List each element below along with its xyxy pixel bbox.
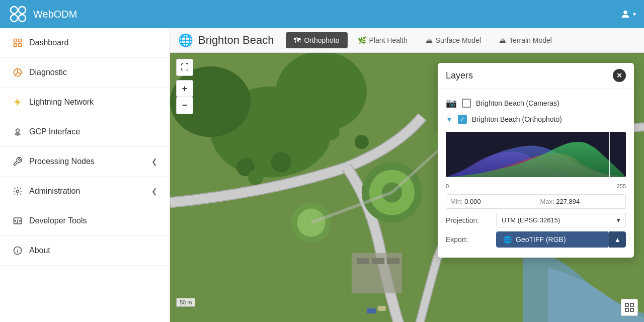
max-label: Max: (540, 198, 554, 205)
diagnostic-icon (12, 67, 23, 78)
app-name: WebODM (33, 9, 77, 20)
export-button[interactable]: 🌐 GeoTIFF (RGB) (496, 231, 609, 248)
layers-panel-header: Layers ✕ (438, 63, 634, 89)
projection-value: UTM (EPSG:32615) (502, 216, 560, 224)
plant-health-tab-label: Plant Health (369, 36, 408, 44)
brand: WebODM (8, 4, 77, 24)
user-menu[interactable]: ▾ (620, 9, 636, 20)
layers-panel: Layers ✕ 📷 Brighton Beach (Cameras) ▼ Br (438, 63, 634, 258)
svg-point-0 (11, 7, 18, 14)
svg-rect-5 (14, 39, 17, 42)
diagnostic-label: Diagnostic (29, 68, 67, 77)
svg-rect-36 (630, 303, 633, 306)
svg-point-3 (19, 15, 26, 22)
close-layers-button[interactable]: ✕ (613, 69, 626, 82)
svg-point-22 (297, 209, 326, 237)
stats-row: Min: 0.000 Max: 227.894 (446, 194, 626, 209)
svg-rect-32 (387, 258, 399, 264)
svg-point-25 (248, 170, 263, 185)
orthophoto-checkbox[interactable] (458, 115, 467, 124)
expand-icon[interactable]: ▼ (446, 115, 453, 123)
pin-icon (12, 126, 23, 137)
svg-point-27 (324, 124, 340, 140)
cameras-checkbox[interactable] (462, 99, 471, 108)
terrain-model-tab-label: Terrain Model (509, 36, 552, 44)
svg-point-1 (19, 7, 26, 14)
grid-button[interactable] (621, 299, 638, 316)
histogram-labels: 0 255 (446, 182, 626, 190)
orthophoto-tab-icon: 🗺 (294, 36, 301, 44)
projection-select[interactable]: UTM (EPSG:32615) ▾ (496, 213, 626, 227)
sidebar-item-lightning-network[interactable]: Lightning Network (0, 88, 170, 117)
administration-label: Administration (29, 187, 80, 196)
lightning-network-label: Lightning Network (29, 98, 94, 107)
sidebar-item-dashboard[interactable]: Dashboard (0, 28, 170, 58)
export-btn-icon: 🌐 (503, 235, 512, 244)
min-label: Min: (450, 198, 463, 205)
fullscreen-icon: ⛶ (181, 63, 189, 72)
grid-icon (625, 303, 634, 312)
sidebar-item-processing-nodes[interactable]: Processing Nodes ❮ (0, 147, 170, 177)
export-row: Export: 🌐 GeoTIFF (RGB) ▲ (446, 231, 626, 248)
stat-min: Min: 0.000 (446, 194, 536, 209)
svg-rect-7 (14, 44, 17, 47)
sidebar: Dashboard Diagnostic (0, 28, 170, 322)
processing-nodes-chevron: ❮ (151, 157, 157, 166)
page-title: 🌐 Brighton Beach (178, 33, 274, 47)
dashboard-label: Dashboard (29, 38, 68, 47)
svg-rect-34 (378, 306, 386, 311)
export-dropdown-button[interactable]: ▲ (609, 231, 626, 248)
scale-label: 50 m (180, 299, 192, 305)
content-area: 🌐 Brighton Beach 🗺 Orthophoto 🌿 Plant He… (170, 28, 644, 322)
sidebar-item-developer-tools[interactable]: Developer Tools (0, 206, 170, 236)
sidebar-item-about[interactable]: About (0, 236, 170, 266)
developer-tools-icon (12, 215, 23, 226)
histogram-svg (446, 132, 626, 177)
zoom-in-button[interactable]: + (176, 80, 193, 97)
cameras-layer-name: Brighton Beach (Cameras) (476, 99, 559, 107)
svg-rect-31 (372, 258, 384, 264)
orthophoto-layer-name: Brighton Beach (Orthophoto) (472, 115, 562, 123)
processing-nodes-label: Processing Nodes (29, 157, 95, 166)
svg-rect-38 (630, 308, 633, 311)
main-layout: Dashboard Diagnostic (0, 28, 644, 322)
export-btn-label: GeoTIFF (RGB) (516, 235, 566, 244)
svg-rect-30 (357, 258, 369, 264)
svg-point-11 (17, 190, 19, 193)
svg-point-28 (355, 135, 369, 149)
dashboard-icon (12, 37, 23, 48)
svg-point-4 (623, 11, 627, 14)
map-area[interactable]: ⛶ + − 50 m (170, 53, 644, 322)
zoom-controls: + − (176, 80, 193, 114)
sidebar-item-administration[interactable]: Administration ❮ (0, 177, 170, 206)
terrain-model-tab-icon: ⛰ (499, 36, 506, 44)
user-icon (620, 9, 631, 20)
wrench-icon (12, 156, 23, 167)
histogram-max-label: 255 (617, 183, 626, 189)
svg-point-26 (271, 152, 291, 172)
surface-model-tab-icon: ⛰ (426, 36, 433, 44)
histogram-min-label: 0 (446, 183, 449, 189)
tab-surface-model[interactable]: ⛰ Surface Model (418, 32, 489, 48)
zoom-out-button[interactable]: − (176, 97, 193, 114)
tab-plant-health[interactable]: 🌿 Plant Health (350, 32, 416, 48)
svg-rect-6 (19, 39, 22, 42)
sidebar-item-diagnostic[interactable]: Diagnostic (0, 58, 170, 88)
tab-orthophoto[interactable]: 🗺 Orthophoto (286, 32, 347, 48)
chevron-down-icon: ▾ (617, 216, 620, 224)
svg-rect-33 (367, 308, 376, 313)
tab-terrain-model[interactable]: ⛰ Terrain Model (491, 32, 560, 48)
svg-rect-8 (19, 44, 22, 47)
camera-icon: 📷 (446, 98, 457, 109)
svg-rect-37 (625, 308, 628, 311)
export-label: Export: (446, 235, 491, 244)
svg-point-17 (276, 53, 366, 132)
max-value: 227.894 (556, 198, 580, 205)
project-name: Brighton Beach (198, 34, 274, 47)
fullscreen-button[interactable]: ⛶ (176, 59, 193, 76)
bolt-icon (12, 97, 23, 108)
gear-icon (12, 186, 23, 197)
export-group: 🌐 GeoTIFF (RGB) ▲ (496, 231, 626, 248)
svg-point-2 (11, 15, 18, 22)
sidebar-item-gcp-interface[interactable]: GCP Interface (0, 117, 170, 147)
